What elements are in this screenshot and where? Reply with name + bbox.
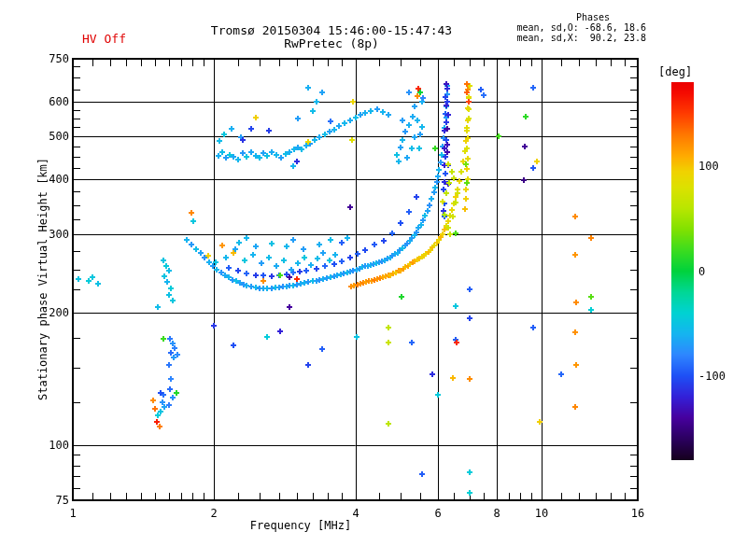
colorbar-tick-label: 100 <box>698 160 719 173</box>
y-tick-label: 750 <box>28 52 69 65</box>
x-tick-label: 6 <box>421 507 455 520</box>
colorbar-tick-label: 0 <box>698 265 705 278</box>
x-tick-label: 16 <box>621 507 655 520</box>
y-tick-label: 100 <box>28 439 69 452</box>
phases-x-mean-sd: mean, sd,X: 90.2, 23.8 <box>459 33 646 43</box>
y-tick-label: 500 <box>28 130 69 143</box>
x-axis-label: Frequency [MHz] <box>161 519 441 532</box>
colorbar-unit-label: [deg] <box>658 65 692 78</box>
y-axis-label: Stationary phase Virtual Height [km] <box>36 92 49 466</box>
y-tick-label: 600 <box>28 95 69 108</box>
ionogram-plot-canvas <box>0 0 747 560</box>
y-tick-label: 300 <box>28 228 69 241</box>
y-tick-label: 400 <box>28 173 69 186</box>
x-tick-label: 2 <box>197 507 231 520</box>
x-tick-label: 1 <box>56 507 90 520</box>
x-tick-label: 4 <box>339 507 373 520</box>
phases-o-mean-sd: mean, sd,O: -68.6, 18.6 <box>459 22 646 33</box>
y-tick-label: 200 <box>28 306 69 319</box>
colorbar-tick-label: -100 <box>698 370 726 383</box>
x-tick-label: 8 <box>480 507 514 520</box>
x-tick-label: 10 <box>525 507 558 520</box>
y-tick-label: 75 <box>28 494 69 507</box>
phases-heading: Phases <box>542 12 644 22</box>
ionogram-screen: HV Off Tromsø 20150304 15:46:00-15:47:43… <box>0 0 747 560</box>
